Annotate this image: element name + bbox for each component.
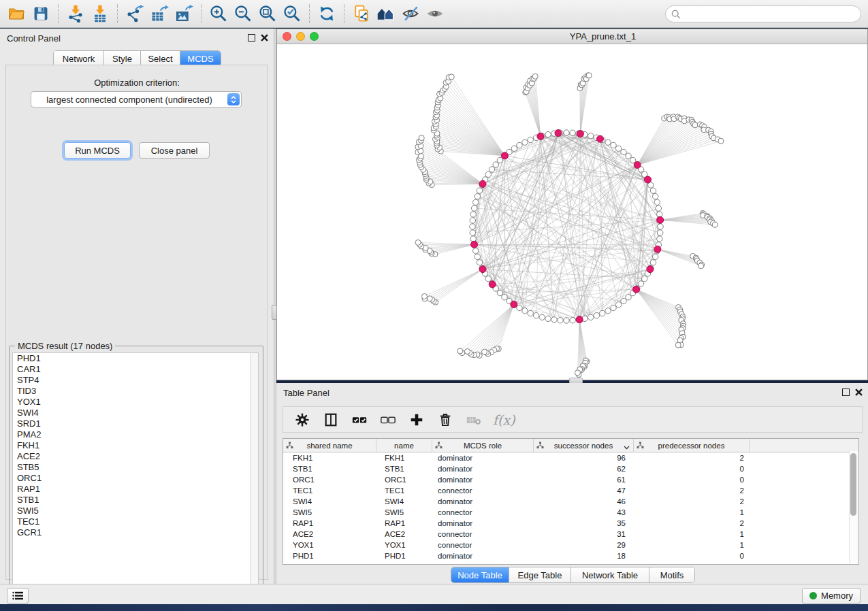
- graph-node[interactable]: [470, 236, 476, 242]
- tab-mcds[interactable]: MCDS: [180, 51, 221, 66]
- graph-node-dominator[interactable]: [634, 161, 641, 168]
- graph-node[interactable]: [485, 171, 491, 177]
- graph-node[interactable]: [615, 146, 621, 151]
- graph-node[interactable]: [473, 248, 479, 254]
- tab-node-table[interactable]: Node Table: [451, 567, 509, 582]
- column-header-shared-name[interactable]: shared name: [283, 439, 376, 452]
- delete-table-button[interactable]: [464, 410, 483, 429]
- graph-node[interactable]: [588, 133, 594, 139]
- graph-node[interactable]: [570, 318, 575, 323]
- graph-node[interactable]: [449, 74, 454, 80]
- graph-node[interactable]: [564, 130, 569, 135]
- table-row[interactable]: SWI4SWI4dominator462: [283, 496, 858, 507]
- graph-node[interactable]: [470, 224, 475, 229]
- graph-node-dominator[interactable]: [501, 152, 508, 159]
- zoom-out-button[interactable]: [231, 2, 255, 25]
- close-panel-icon[interactable]: [855, 389, 863, 396]
- graph-node[interactable]: [471, 205, 477, 211]
- table-row[interactable]: RAP1RAP1dominator352: [283, 518, 858, 529]
- graph-node[interactable]: [626, 153, 631, 159]
- graph-node-dominator[interactable]: [657, 216, 664, 223]
- graph-node[interactable]: [522, 139, 528, 145]
- mcds-list-scrollbar[interactable]: [250, 353, 258, 594]
- graph-node[interactable]: [564, 318, 569, 323]
- table-row[interactable]: ORC1ORC1dominator610: [283, 474, 858, 485]
- add-column-button[interactable]: [407, 410, 426, 429]
- graph-node[interactable]: [522, 308, 528, 314]
- mcds-result-item[interactable]: ACE2: [13, 451, 258, 462]
- export-table-button[interactable]: [147, 2, 172, 25]
- close-panel-button[interactable]: Close panel: [139, 142, 210, 159]
- delete-columns-button[interactable]: [436, 410, 455, 429]
- graph-node-dominator[interactable]: [645, 176, 652, 183]
- graph-node[interactable]: [600, 310, 605, 316]
- column-header-name[interactable]: name: [376, 439, 432, 452]
- graph-node-dominator[interactable]: [471, 241, 478, 248]
- graph-node[interactable]: [421, 294, 427, 299]
- graph-node-dominator[interactable]: [555, 130, 562, 137]
- graph-node[interactable]: [482, 349, 487, 354]
- graph-node[interactable]: [528, 137, 533, 142]
- import-network-button[interactable]: [63, 2, 88, 25]
- float-panel-icon[interactable]: [248, 34, 255, 42]
- graph-node[interactable]: [533, 312, 539, 318]
- graph-node[interactable]: [605, 308, 611, 314]
- graph-node[interactable]: [539, 314, 545, 320]
- import-table-button[interactable]: [88, 2, 112, 25]
- graph-node[interactable]: [464, 348, 470, 354]
- mcds-result-item[interactable]: STP4: [13, 375, 258, 386]
- hide-selected-button[interactable]: [398, 2, 423, 25]
- mcds-result-item[interactable]: TEC1: [13, 516, 258, 527]
- graph-node[interactable]: [528, 310, 533, 316]
- graph-node[interactable]: [642, 276, 647, 281]
- memory-button[interactable]: Memory: [802, 588, 861, 604]
- network-canvas[interactable]: [277, 44, 867, 380]
- graph-node[interactable]: [658, 230, 663, 235]
- mcds-result-item[interactable]: SWI4: [13, 408, 258, 418]
- tab-network-table[interactable]: Network Table: [571, 567, 649, 582]
- tab-select[interactable]: Select: [141, 51, 180, 66]
- graph-node[interactable]: [477, 260, 482, 265]
- deselect-all-button[interactable]: [379, 410, 398, 429]
- show-panels-menu-button[interactable]: [7, 588, 29, 604]
- graph-node[interactable]: [545, 131, 551, 137]
- graph-node-dominator[interactable]: [647, 266, 654, 273]
- table-row[interactable]: PHD1PHD1dominator180: [283, 550, 858, 561]
- table-settings-button[interactable]: [293, 410, 312, 429]
- tab-style[interactable]: Style: [104, 51, 141, 66]
- mcds-result-item[interactable]: RAP1: [13, 484, 258, 495]
- graph-node[interactable]: [657, 236, 662, 242]
- save-session-button[interactable]: [29, 2, 53, 25]
- graph-node[interactable]: [475, 193, 480, 199]
- graph-node[interactable]: [588, 314, 594, 320]
- graph-node[interactable]: [551, 317, 557, 323]
- clone-network-button[interactable]: [349, 2, 374, 25]
- first-neighbors-button[interactable]: [374, 2, 398, 25]
- mcds-result-item[interactable]: TID3: [13, 386, 258, 397]
- graph-node[interactable]: [558, 318, 563, 323]
- graph-node[interactable]: [570, 130, 575, 135]
- graph-node[interactable]: [575, 370, 580, 376]
- column-header-successor-nodes[interactable]: successor nodes: [534, 439, 634, 452]
- graph-node[interactable]: [475, 254, 480, 259]
- network-titlebar[interactable]: YPA_prune.txt_1: [277, 29, 867, 44]
- graph-node[interactable]: [470, 212, 476, 217]
- graph-node[interactable]: [615, 302, 621, 308]
- graph-node[interactable]: [652, 254, 658, 259]
- mcds-result-item[interactable]: YOX1: [13, 397, 258, 408]
- graph-node[interactable]: [718, 138, 724, 144]
- graph-node[interactable]: [621, 298, 626, 303]
- mcds-result-item[interactable]: CAR1: [13, 364, 258, 375]
- mcds-result-item[interactable]: ORC1: [13, 473, 258, 484]
- graph-node-dominator[interactable]: [511, 301, 517, 308]
- table-row[interactable]: SWI5SWI5connector431: [283, 507, 858, 518]
- graph-node[interactable]: [473, 199, 479, 205]
- graph-node[interactable]: [621, 149, 626, 154]
- mcds-result-item[interactable]: PHD1: [13, 353, 258, 364]
- graph-node-dominator[interactable]: [479, 180, 486, 187]
- graph-node[interactable]: [611, 142, 616, 148]
- export-network-button[interactable]: [123, 2, 147, 25]
- sort-chevron-icon[interactable]: [624, 443, 630, 451]
- graph-node-dominator[interactable]: [537, 133, 544, 139]
- table-row[interactable]: TEC1TEC1connector472: [283, 485, 858, 496]
